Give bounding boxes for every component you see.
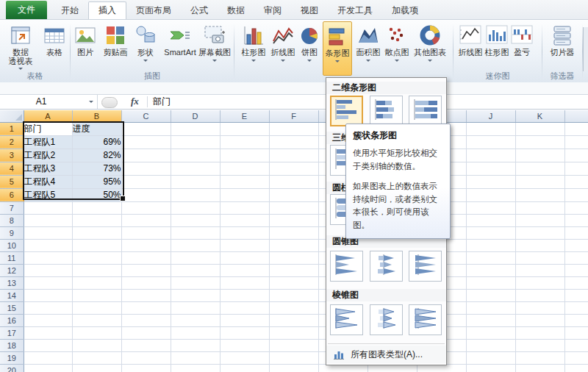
formula-bar-content[interactable]: 部门 [153,95,171,109]
cell-L8[interactable] [564,214,588,226]
cell-L9[interactable] [564,226,588,239]
cell-D19[interactable] [171,351,220,364]
cell-L13[interactable] [564,276,588,289]
cell-F15[interactable] [269,301,318,314]
cell-K8[interactable] [515,214,564,226]
row-header-5[interactable]: 5 [0,175,24,188]
cell-F4[interactable] [269,162,318,175]
column-chart-button[interactable]: 柱形图 [239,21,268,76]
row-header-14[interactable]: 14 [0,289,24,301]
cell-J2[interactable] [466,135,515,149]
cell-D9[interactable] [171,226,220,239]
cell-B19[interactable] [72,351,121,364]
cell-C3[interactable] [121,149,171,162]
cell-E1[interactable] [220,122,269,135]
cell-B17[interactable] [72,326,121,339]
row-header-19[interactable]: 19 [0,351,24,364]
cell-F17[interactable] [269,326,318,339]
cell-D11[interactable] [171,251,220,264]
cell-E16[interactable] [220,314,269,326]
row-header-11[interactable]: 11 [0,251,24,264]
row-header-15[interactable]: 15 [0,301,24,314]
cell-K14[interactable] [515,289,564,301]
cell-A5[interactable]: 工程队4 [24,175,72,188]
cell-C4[interactable] [121,162,171,175]
cell-J12[interactable] [466,264,515,276]
cell-D4[interactable] [171,162,220,175]
cell-K5[interactable] [515,175,564,188]
cell-J9[interactable] [466,226,515,239]
cell-B11[interactable] [72,251,121,264]
tab-view[interactable]: 视图 [291,2,328,19]
cell-B1[interactable]: 进度 [72,122,121,135]
cell-K20[interactable] [515,364,564,372]
cell-F5[interactable] [269,175,318,188]
cell-B16[interactable] [72,314,121,326]
cell-F18[interactable] [269,339,318,351]
cell-K3[interactable] [515,149,564,162]
cell-J4[interactable] [466,162,515,175]
col-header-clipped[interactable] [564,110,588,122]
cell-D3[interactable] [171,149,220,162]
cell-B10[interactable] [72,239,121,251]
cell-B5[interactable]: 95% [72,175,121,188]
other-charts-button[interactable]: 其他图表 [411,21,449,76]
cell-E14[interactable] [220,289,269,301]
clustered-pyramid-item[interactable] [330,304,363,335]
cell-F7[interactable] [269,201,318,214]
cell-E10[interactable] [220,239,269,251]
col-header-A[interactable]: A [24,110,72,122]
cell-D14[interactable] [171,289,220,301]
row-header-17[interactable]: 17 [0,326,24,339]
cell-J13[interactable] [466,276,515,289]
cell-D15[interactable] [171,301,220,314]
cell-B7[interactable] [72,201,121,214]
sparkline-column-button[interactable]: 柱形图 [484,21,510,76]
cell-L7[interactable] [564,201,588,214]
sparkline-line-button[interactable]: 折线图 [457,21,484,76]
cell-B13[interactable] [72,276,121,289]
cell-E9[interactable] [220,226,269,239]
cell-J15[interactable] [466,301,515,314]
cell-L17[interactable] [564,326,588,339]
cell-J10[interactable] [466,239,515,251]
cell-D2[interactable] [171,135,220,149]
scatter-chart-button[interactable]: 散点图 [383,21,411,76]
cell-E13[interactable] [220,276,269,289]
cell-A17[interactable] [24,326,72,339]
cell-F13[interactable] [269,276,318,289]
cell-L5[interactable] [564,175,588,188]
cell-B14[interactable] [72,289,121,301]
cell-D8[interactable] [171,214,220,226]
cell-L10[interactable] [564,239,588,251]
stacked100-pyramid-item[interactable] [409,304,442,335]
cell-D7[interactable] [171,201,220,214]
cell-F1[interactable] [269,122,318,135]
col-header-E[interactable]: E [220,110,269,122]
cell-E11[interactable] [220,251,269,264]
cell-L3[interactable] [564,149,588,162]
row-header-20[interactable]: 20 [0,364,24,372]
row-header-13[interactable]: 13 [0,276,24,289]
cell-C20[interactable] [121,364,171,372]
cell-B18[interactable] [72,339,121,351]
cell-K1[interactable] [515,122,564,135]
cell-D13[interactable] [171,276,220,289]
cell-L12[interactable] [564,264,588,276]
cell-A20[interactable] [24,364,72,372]
tab-file[interactable]: 文件 [6,1,47,19]
cell-C10[interactable] [121,239,171,251]
cell-J1[interactable] [466,122,515,135]
cell-C11[interactable] [121,251,171,264]
cell-F16[interactable] [269,314,318,326]
pivottable-button[interactable]: 数据 透视表 [2,21,39,76]
cell-E19[interactable] [220,351,269,364]
tab-data[interactable]: 数据 [218,2,254,19]
row-header-12[interactable]: 12 [0,264,24,276]
cell-C7[interactable] [121,201,171,214]
clipart-button[interactable]: 剪贴画 [100,21,131,76]
row-header-1[interactable]: 1 [0,122,24,135]
cell-J6[interactable] [466,188,515,201]
row-header-16[interactable]: 16 [0,314,24,326]
cell-D1[interactable] [171,122,220,135]
